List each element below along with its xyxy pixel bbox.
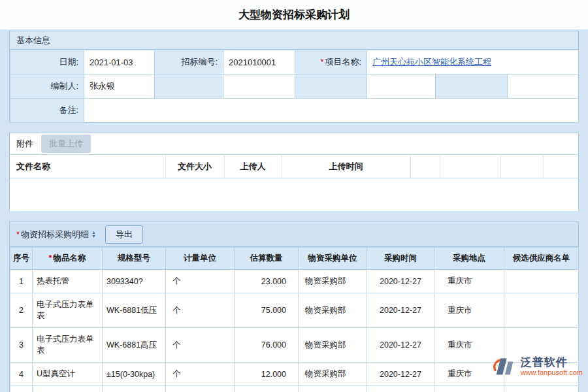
cell-seq: 4 — [10, 363, 33, 386]
cell-spec-model: 长*宽: 1850*360mm — [103, 386, 166, 392]
cell-seq: 1 — [10, 270, 33, 293]
col-file-name: 文件名称 — [10, 155, 165, 178]
attachments-panel: 附件 批量上传 文件名称 文件大小 上传人 上传时间 — [9, 133, 579, 211]
export-button[interactable]: 导出 — [105, 225, 143, 244]
attachments-table: 文件名称 文件大小 上传人 上传时间 — [10, 154, 578, 178]
cell-purchase-dept: 物资采购部 — [299, 328, 367, 363]
cell-purchase-time: 2020-12-27 — [367, 386, 434, 392]
basic-info-row-2: 编制人: 张永银 — [10, 74, 579, 99]
empty-value-3 — [508, 74, 579, 99]
cell-estimated-qty: 75.000 — [235, 293, 299, 328]
project-link[interactable]: 广州天心苑小区智能化系统工程 — [372, 57, 491, 67]
fanpu-logo-icon — [491, 355, 517, 378]
col-purchase-place: 采购地点 — [434, 248, 504, 270]
cell-estimated-qty: 78.000 — [235, 386, 299, 392]
detail-header-row: 序号 *物品名称 规格型号 计量单位 估算数量 物资采购单位 采购时间 采购地点… — [10, 248, 579, 270]
col-candidate-suppliers: 候选供应商名单 — [504, 248, 579, 270]
sort-desc-icon: ▼ — [91, 235, 96, 238]
vendor-brand: 泛普软件 — [521, 356, 583, 369]
cell-spec-model: 3093340? — [103, 270, 166, 293]
basic-info-section-title: 基本信息 — [16, 35, 50, 45]
cell-spec-model: WK-6881低压 — [103, 293, 166, 328]
table-row: 1 热表托管 3093340? 个 23.000 物资采购部 2020-12-2… — [10, 270, 579, 293]
col-purchase-time: 采购时间 — [367, 248, 434, 270]
cell-purchase-place: 重庆市 — [434, 293, 504, 328]
cell-spec-model: WK-6881高压 — [103, 328, 166, 363]
cell-item-name: 电子式压力表单表 — [33, 328, 103, 363]
empty-label-1 — [155, 74, 223, 99]
cell-purchase-dept: 物资采购部 — [299, 363, 367, 386]
cell-purchase-place: 重庆市 — [434, 270, 504, 293]
cell-item-name: U型真空计 — [33, 363, 103, 386]
project-label: *项目名称: — [295, 50, 367, 74]
sort-icon[interactable]: ▲ ▼ — [91, 231, 96, 238]
cell-item-name: 热表托管 — [33, 270, 103, 293]
creator-label: 编制人: — [10, 74, 84, 99]
bid-no-label: 招标编号: — [155, 50, 223, 74]
remark-label: 备注: — [10, 99, 84, 123]
page-title: 大型物资招标采购计划 — [238, 7, 350, 22]
cell-purchase-place: 重庆市 — [434, 386, 504, 392]
cell-item-name: 空气处理机挡水板 — [33, 386, 103, 392]
cell-purchase-time: 2020-12-27 — [367, 328, 434, 363]
bid-no-value: 2021010001 — [223, 50, 295, 74]
col-unit: 计量单位 — [166, 248, 235, 270]
cell-estimated-qty: 23.000 — [235, 270, 299, 293]
col-seq: 序号 — [10, 248, 33, 270]
col-purchase-dept: 物资采购单位 — [299, 248, 367, 270]
cell-unit: 块 — [166, 386, 235, 392]
empty-label-3 — [436, 74, 508, 99]
basic-info-section-header: 基本信息 — [10, 31, 578, 50]
col-estimated-qty: 估算数量 — [235, 248, 299, 270]
batch-upload-button[interactable]: 批量上传 — [41, 135, 91, 153]
cell-item-name: 电子式压力表单表 — [33, 293, 103, 328]
table-row: 2 电子式压力表单表 WK-6881低压 个 75.000 物资采购部 2020… — [10, 293, 579, 328]
basic-info-table: 日期: 2021-01-03 招标编号: 2021010001 *项目名称: 广… — [10, 50, 579, 123]
cell-seq: 5 — [10, 386, 33, 392]
empty-value-2 — [367, 74, 436, 99]
cell-seq: 2 — [10, 293, 33, 328]
col-upload-time: 上传时间 — [282, 155, 410, 178]
col-empty-2 — [440, 155, 500, 178]
cell-unit: 个 — [166, 363, 235, 386]
attachments-empty-area — [10, 178, 578, 211]
cell-unit: 个 — [166, 293, 235, 328]
required-mark: * — [49, 253, 52, 263]
cell-purchase-time: 2020-12-27 — [367, 293, 434, 328]
remark-value — [84, 99, 579, 123]
col-spec-model: 规格型号 — [103, 248, 166, 270]
cell-candidate-suppliers — [504, 270, 579, 293]
date-label: 日期: — [10, 50, 84, 74]
cell-unit: 个 — [166, 270, 235, 293]
material-detail-section-title: 物资招标采购明细 — [21, 229, 89, 240]
title-bar: 大型物资招标采购计划 — [0, 0, 588, 29]
cell-candidate-suppliers — [504, 293, 579, 328]
creator-value: 张永银 — [84, 74, 155, 99]
project-value-cell: 广州天心苑小区智能化系统工程 — [367, 50, 579, 74]
empty-label-2 — [295, 74, 367, 99]
attachments-section-title: 附件 — [16, 138, 33, 150]
empty-value-1 — [223, 74, 295, 99]
cell-candidate-suppliers — [504, 386, 579, 392]
cell-purchase-dept: 物资采购部 — [299, 386, 367, 392]
material-detail-section-header: * 物资招标采购明细 ▲ ▼ 导出 — [10, 222, 578, 247]
cell-purchase-dept: 物资采购部 — [299, 293, 367, 328]
cell-purchase-dept: 物资采购部 — [299, 270, 367, 293]
date-value: 2021-01-03 — [84, 50, 155, 74]
cell-estimated-qty: 76.000 — [235, 328, 299, 363]
cell-purchase-time: 2020-12-27 — [367, 363, 434, 386]
basic-info-row-3: 备注: — [10, 99, 579, 123]
vendor-url: www.fanpusoft.com — [521, 368, 583, 377]
cell-estimated-qty: 12.000 — [235, 363, 299, 386]
attachments-header-row: 文件名称 文件大小 上传人 上传时间 — [10, 155, 578, 178]
cell-spec-model: ±15(0-30kpa) — [103, 363, 166, 386]
vendor-watermark: 泛普软件 www.fanpusoft.com — [491, 355, 583, 378]
attachments-section-header: 附件 批量上传 — [10, 133, 578, 154]
vendor-watermark-text: 泛普软件 www.fanpusoft.com — [521, 356, 583, 377]
table-row: 5 空气处理机挡水板 长*宽: 1850*360mm 块 78.000 物资采购… — [10, 386, 579, 392]
cell-seq: 3 — [10, 328, 33, 363]
col-empty-4 — [543, 155, 578, 178]
required-mark: * — [16, 229, 20, 239]
col-uploader: 上传人 — [224, 155, 282, 178]
col-file-size: 文件大小 — [165, 155, 224, 178]
